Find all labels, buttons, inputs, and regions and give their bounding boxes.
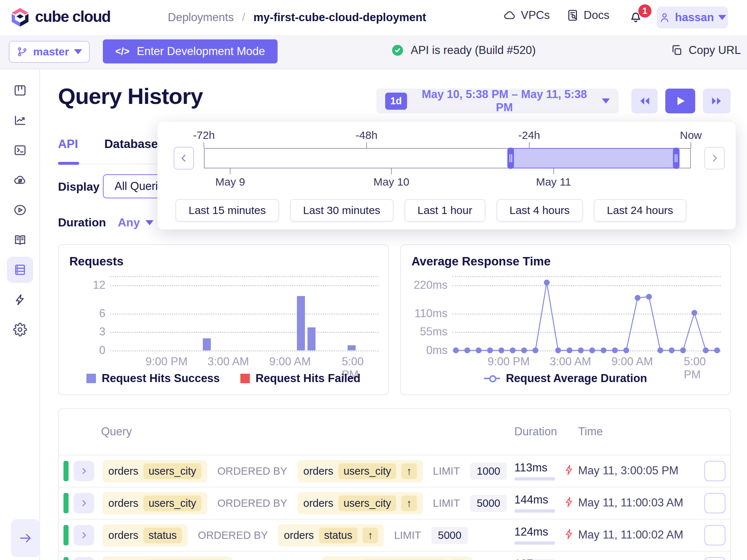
- expand-row-button[interactable]: [74, 557, 94, 560]
- legend-item[interactable]: Request Hits Failed: [240, 372, 361, 385]
- duration-progress: [514, 477, 555, 481]
- y-axis-tick: 3: [62, 325, 105, 338]
- quick-range-buttons: Last 15 minutesLast 30 minutesLast 1 hou…: [175, 199, 686, 222]
- timeline-next-button[interactable]: [704, 147, 725, 170]
- sidebar-item-gear[interactable]: [7, 316, 33, 343]
- chevron-down-icon: [602, 98, 610, 104]
- expand-row-button[interactable]: [74, 493, 94, 513]
- sidebar-item-bolt[interactable]: [7, 287, 33, 313]
- selection-start-handle[interactable]: [507, 148, 514, 169]
- cloud-icon: [503, 9, 516, 22]
- quick-range-last-15-minutes[interactable]: Last 15 minutes: [175, 199, 279, 222]
- docs-icon: [566, 9, 579, 22]
- quick-range-last-24-hours[interactable]: Last 24 hours: [594, 199, 686, 222]
- date-range-popup: -72h -48h -24h Now May 9 May 10 May 11 L…: [157, 121, 736, 230]
- table-row[interactable]: ordersstatus ORDERED BY ordersstatus↑ LI…: [59, 520, 730, 552]
- timeline-track[interactable]: [204, 148, 691, 168]
- table-header: Query Duration Time: [59, 409, 730, 455]
- timeline-selection[interactable]: [510, 148, 677, 168]
- timeline-day-tick: [553, 168, 554, 174]
- gridline: [110, 350, 379, 351]
- notifications-button[interactable]: 1: [628, 9, 654, 28]
- member-chip: status: [143, 528, 182, 543]
- limit-label: LIMIT: [394, 529, 421, 541]
- step-back-button[interactable]: [631, 89, 658, 113]
- timeline-tick: [204, 142, 204, 148]
- bar-request-hits[interactable]: [203, 338, 211, 350]
- view-query-code-button[interactable]: [704, 461, 725, 481]
- docs-nav-button[interactable]: Docs: [566, 9, 609, 22]
- sidebar-item-terminal[interactable]: [7, 137, 33, 163]
- quick-range-last-4-hours[interactable]: Last 4 hours: [496, 199, 583, 222]
- view-query-code-button[interactable]: [704, 493, 725, 513]
- copy-url-label: Copy URL: [689, 44, 741, 57]
- sidebar-item-kanban-board[interactable]: [7, 77, 33, 104]
- x-axis-tick: 9:00 AM: [611, 355, 653, 368]
- vpcs-nav-button[interactable]: VPCs: [503, 9, 550, 22]
- view-query-code-button[interactable]: [704, 557, 725, 560]
- selection-end-handle[interactable]: [673, 148, 680, 169]
- expand-row-button[interactable]: [74, 461, 94, 481]
- row-status-bar: [63, 525, 69, 545]
- date-range-picker[interactable]: 1d May 10, 5:38 PM – May 11, 5:38 PM: [376, 89, 619, 113]
- y-axis-tick: 6: [62, 307, 105, 320]
- sidebar-expand-button[interactable]: [11, 519, 40, 557]
- book-icon: [13, 233, 27, 247]
- bar-request-hits[interactable]: [297, 296, 305, 350]
- play-button[interactable]: [665, 89, 695, 113]
- timeline-tick: [529, 142, 530, 148]
- chevron-right-icon: [709, 153, 720, 164]
- expand-row-button[interactable]: [74, 525, 94, 545]
- table-row[interactable]: ordersusers_city ORDERED BY ordersusers_…: [59, 455, 730, 487]
- x-axis-tick: 9:00 AM: [269, 355, 311, 368]
- legend-item[interactable]: Request Hits Success: [86, 372, 220, 385]
- person-icon: [658, 11, 671, 24]
- step-forward-button[interactable]: [703, 89, 731, 113]
- chevron-down-icon: [718, 15, 726, 20]
- limit-label: LIMIT: [433, 465, 460, 477]
- breadcrumb-deployments[interactable]: Deployments: [168, 11, 234, 24]
- query-history-page: cube cloud Deployments / my-first-cube-c…: [0, 0, 747, 560]
- query-summary: ordersstatus ORDERED BY ordersstatus↑ LI…: [102, 520, 468, 551]
- timeline-hour-label: Now: [680, 129, 702, 141]
- quick-range-last-1-hour[interactable]: Last 1 hour: [405, 199, 485, 222]
- duration-value: 144ms: [514, 493, 548, 506]
- chevron-left-icon: [178, 153, 189, 164]
- timeline-prev-button[interactable]: [174, 147, 194, 170]
- sidebar-item-cloud-sync[interactable]: [7, 167, 33, 193]
- timeline-day-label: May 10: [374, 176, 409, 188]
- copy-url-button[interactable]: Copy URL: [670, 44, 741, 57]
- query-time: May 11, 11:00:02 AM: [578, 528, 683, 541]
- view-query-code-button[interactable]: [704, 525, 725, 545]
- table-row[interactable]: ordersusers_city ORDERED BY ordersusers_…: [59, 487, 730, 520]
- query-time: May 11, 11:00:03 AM: [578, 496, 683, 509]
- gridline: [110, 314, 379, 315]
- table-row[interactable]: ordersproducts_count ORDERED BY orderspr…: [59, 552, 730, 560]
- code-icon: </>: [115, 46, 129, 57]
- tab-bar: API Database: [58, 137, 158, 151]
- legend-item[interactable]: Request Average Duration: [484, 372, 647, 385]
- branch-selector[interactable]: master: [9, 41, 90, 63]
- query-summary: ordersproducts_count ORDERED BY orderspr…: [102, 552, 556, 560]
- user-menu-button[interactable]: hassan: [657, 7, 728, 28]
- bar-request-hits[interactable]: [348, 345, 356, 350]
- quick-range-last-30-minutes[interactable]: Last 30 minutes: [290, 199, 394, 222]
- x-axis-tick: 9:00 PM: [488, 355, 530, 368]
- logo-wordmark: cube cloud: [35, 8, 111, 26]
- chart-legend: Request Hits SuccessRequest Hits Failed: [59, 372, 388, 385]
- bar-request-hits[interactable]: [307, 327, 316, 350]
- tab-api[interactable]: API: [58, 137, 78, 151]
- cube-name: orders: [108, 529, 138, 541]
- sidebar-item-play-circle[interactable]: [7, 197, 33, 223]
- page-title: Query History: [58, 83, 203, 109]
- duration-filter-dropdown[interactable]: Any: [118, 216, 154, 229]
- sidebar-item-query-history-table[interactable]: [7, 257, 33, 283]
- response-time-line-series: [452, 276, 721, 350]
- tab-database[interactable]: Database: [104, 137, 158, 151]
- enter-development-mode-button[interactable]: </> Enter Development Mode: [103, 39, 278, 63]
- sidebar-item-book[interactable]: [7, 227, 33, 253]
- sort-asc-icon: ↑: [401, 463, 417, 479]
- timeline-day-label: May 11: [536, 176, 571, 188]
- order-member-chip: users_city: [338, 495, 396, 511]
- sidebar-item-line-chart[interactable]: [7, 107, 33, 133]
